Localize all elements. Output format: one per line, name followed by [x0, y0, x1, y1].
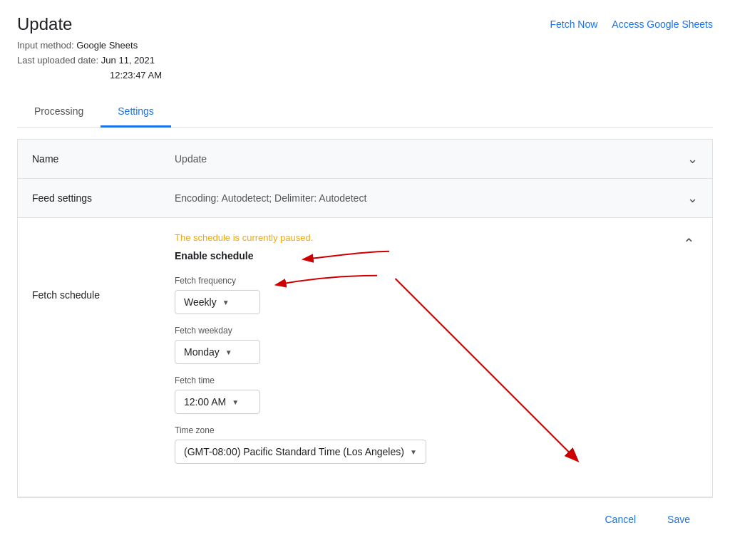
- fetch-time-value: 12:00 AM: [184, 396, 226, 408]
- fetch-weekday-dropdown[interactable]: Monday ▼: [175, 340, 260, 364]
- dropdown-arrow-icon-3: ▼: [232, 398, 239, 406]
- input-method-label: Input method:: [17, 40, 74, 51]
- fetch-frequency-group: Fetch frequency Weekly ▼: [175, 276, 426, 314]
- tabs-bar: Processing Settings: [17, 97, 713, 128]
- collapse-schedule-button[interactable]: ⌃: [680, 232, 698, 255]
- dropdown-arrow-icon-4: ▼: [410, 448, 417, 456]
- dropdown-arrow-icon: ▼: [222, 299, 230, 306]
- access-google-sheets-link[interactable]: Access Google Sheets: [612, 19, 713, 30]
- schedule-right-panel: The schedule is currently paused. Enable…: [175, 232, 698, 475]
- fetch-weekday-group: Fetch weekday Monday ▼: [175, 326, 426, 364]
- dropdown-arrow-icon-2: ▼: [225, 348, 232, 356]
- fetch-weekday-value: Monday: [184, 346, 220, 358]
- timezone-dropdown[interactable]: (GMT-08:00) Pacific Standard Time (Los A…: [175, 440, 426, 464]
- last-uploaded-date: Jun 11, 2021: [101, 55, 155, 66]
- fetch-time-dropdown[interactable]: 12:00 AM ▼: [175, 390, 260, 414]
- accordion-feed-settings-value: Encoding: Autodetect; Delimiter: Autodet…: [175, 192, 687, 204]
- cancel-button[interactable]: Cancel: [596, 508, 644, 531]
- last-uploaded-time: 12:23:47 AM: [110, 70, 162, 81]
- accordion-name-value: Update: [175, 153, 687, 165]
- fetch-frequency-label: Fetch frequency: [175, 276, 426, 286]
- header-left: Update Input method: Google Sheets Last …: [17, 14, 162, 83]
- fetch-frequency-dropdown[interactable]: Weekly ▼: [175, 290, 260, 314]
- last-uploaded-label: Last uploaded date:: [17, 55, 98, 66]
- page-title: Update: [17, 14, 162, 34]
- tab-processing[interactable]: Processing: [17, 97, 101, 128]
- save-button[interactable]: Save: [659, 508, 699, 531]
- enable-schedule-label: Enable schedule: [175, 250, 426, 261]
- fetch-schedule-label: Fetch schedule: [32, 232, 175, 475]
- fetch-schedule-section: Fetch schedule The schedule is currently…: [17, 218, 713, 497]
- schedule-paused-message: The schedule is currently paused.: [175, 232, 426, 243]
- chevron-down-icon-2: ⌄: [687, 190, 698, 206]
- bottom-action-bar: Cancel Save: [17, 497, 713, 541]
- header-actions: Fetch Now Access Google Sheets: [550, 19, 713, 30]
- accordion-name-label: Name: [32, 153, 175, 165]
- fetch-time-label: Fetch time: [175, 375, 426, 385]
- page-header: Update Input method: Google Sheets Last …: [17, 14, 713, 83]
- input-method-value: Google Sheets: [76, 40, 138, 51]
- fetch-time-group: Fetch time 12:00 AM ▼: [175, 375, 426, 414]
- timezone-label: Time zone: [175, 425, 426, 435]
- timezone-group: Time zone (GMT-08:00) Pacific Standard T…: [175, 425, 426, 464]
- accordion-feed-settings-row[interactable]: Feed settings Encoding: Autodetect; Deli…: [17, 179, 713, 218]
- chevron-down-icon: ⌄: [687, 151, 698, 167]
- tab-settings[interactable]: Settings: [101, 97, 171, 128]
- header-meta: Input method: Google Sheets Last uploade…: [17, 38, 162, 83]
- fetch-now-link[interactable]: Fetch Now: [550, 19, 597, 30]
- fetch-weekday-label: Fetch weekday: [175, 326, 426, 336]
- fetch-frequency-value: Weekly: [184, 296, 217, 308]
- accordion-feed-settings-label: Feed settings: [32, 192, 175, 204]
- timezone-value: (GMT-08:00) Pacific Standard Time (Los A…: [184, 446, 404, 457]
- accordion-name-row[interactable]: Name Update ⌄: [17, 139, 713, 179]
